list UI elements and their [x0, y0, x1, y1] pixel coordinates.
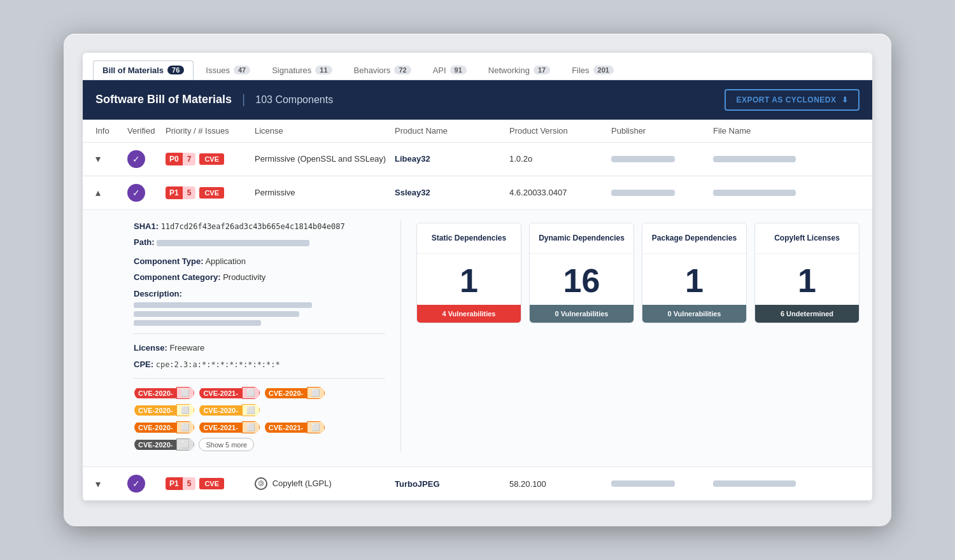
cve-tag-1[interactable]: CVE-2020- ⬜ — [134, 386, 195, 400]
expand-button-1[interactable]: ▾ — [96, 153, 127, 165]
export-button[interactable]: EXPORT AS CYCLONEDX ⬇ — [725, 89, 860, 111]
show-more-button[interactable]: Show 5 more — [199, 438, 254, 451]
tab-api[interactable]: API 91 — [423, 60, 476, 80]
static-dep-header: Static Dependencies — [417, 223, 521, 254]
product-version-3: 58.20.100 — [509, 479, 611, 489]
priority-count-1: 7 — [183, 153, 196, 165]
table-row: ▾ ✓ P0 7 CVE Permissive (OpenSSL and SSL… — [83, 143, 872, 176]
tab-bom-badge: 76 — [167, 66, 184, 74]
filename-blur-1 — [713, 156, 796, 162]
tab-behaviors-badge: 72 — [394, 66, 411, 74]
path-field: Path: — [134, 236, 385, 249]
component-count: 103 Components — [255, 94, 333, 106]
package-dep-number: 1 — [642, 254, 746, 305]
tab-signatures[interactable]: Signatures 11 — [262, 60, 341, 80]
license-2: Permissive — [255, 188, 395, 197]
col-publisher: Publisher — [611, 126, 713, 136]
description-blur — [134, 302, 385, 326]
tab-files-label: Files — [572, 66, 589, 75]
tab-signatures-badge: 11 — [315, 66, 332, 74]
download-icon: ⬇ — [842, 95, 849, 104]
product-version-1: 1.0.2o — [509, 154, 611, 164]
row-main-2: ▴ ✓ P1 5 CVE Permissive Ssleay32 4.6.200… — [83, 176, 872, 209]
page-header: Software Bill of Materials | 103 Compone… — [83, 80, 872, 120]
tab-api-badge: 91 — [450, 66, 467, 74]
cve-tag-6[interactable]: CVE-2020- ⬜ — [134, 421, 195, 434]
tab-behaviors[interactable]: Behaviors 72 — [344, 60, 421, 80]
table-row: ▴ ✓ P1 5 CVE Permissive Ssleay32 4.6.200… — [83, 176, 872, 468]
copyleft-icon: © — [255, 477, 267, 490]
product-name-2: Ssleay32 — [395, 188, 509, 197]
tab-networking-badge: 17 — [534, 66, 550, 74]
cve-badge-1: CVE — [199, 153, 224, 165]
tab-bom[interactable]: Bill of Materials 76 — [93, 60, 194, 80]
dynamic-dep-header: Dynamic Dependencies — [530, 223, 633, 254]
cve-tag-2[interactable]: CVE-2021- ⬜ — [199, 386, 260, 400]
path-blur — [157, 240, 309, 246]
verified-icon-3: ✓ — [127, 475, 145, 493]
tab-bom-label: Bill of Materials — [103, 66, 164, 75]
cve-tag-7[interactable]: CVE-2021- ⬜ — [199, 421, 260, 434]
cpe-value: cpe:2.3:a:*:*:*:*:*:*:*:*:* — [156, 360, 280, 369]
component-type-label: Component Type: — [134, 256, 204, 266]
cve-tag-5[interactable]: CVE-2020- ⬜ — [199, 403, 260, 417]
priority-badge-2: P1 5 — [166, 186, 195, 199]
col-product-version: Product Version — [509, 126, 611, 136]
priority-level-2: P1 — [166, 186, 183, 199]
row-main-1: ▾ ✓ P0 7 CVE Permissive (OpenSSL and SSL… — [83, 143, 872, 176]
expand-button-2[interactable]: ▴ — [96, 186, 127, 199]
col-file-name: File Name — [713, 126, 802, 136]
priority-badge-3: P1 5 — [166, 477, 195, 490]
priority-level-3: P1 — [166, 477, 183, 490]
license-3: © Copyleft (LGPL) — [255, 477, 395, 490]
cpe-field: CPE: cpe:2.3:a:*:*:*:*:*:*:*:*:* — [134, 358, 385, 371]
license-label-detail: License: — [134, 343, 167, 353]
description-field: Description: — [134, 288, 385, 326]
component-type-field: Component Type: Application — [134, 255, 385, 268]
path-label: Path: — [134, 237, 155, 247]
copyleft-header: Copyleft Licenses — [755, 223, 859, 254]
priority-group-2: P1 5 CVE — [166, 186, 255, 199]
screen: Bill of Materials 76 Issues 47 Signature… — [83, 53, 872, 501]
static-dep-number: 1 — [417, 254, 521, 305]
tab-bar: Bill of Materials 76 Issues 47 Signature… — [83, 53, 872, 80]
priority-count-3: 5 — [183, 477, 196, 490]
cpe-label: CPE: — [134, 360, 153, 369]
tab-files[interactable]: Files 201 — [562, 60, 623, 80]
component-details: SHA1: 11d7cd26f43eaf26ad3c43b665e4c1814b… — [134, 220, 401, 452]
col-priority: Priority / # Issues — [166, 126, 255, 136]
publisher-blur-2 — [611, 190, 675, 196]
col-product-name: Product Name — [395, 126, 509, 136]
sha1-label: SHA1: — [134, 221, 159, 231]
description-label: Description: — [134, 289, 182, 298]
sha1-value: 11d7cd26f43eaf26ad3c43b665e4c1814b04e087 — [161, 222, 345, 231]
row-main-3: ▾ ✓ P1 5 CVE © Copyleft (LGPL) TurboJPEG… — [83, 467, 872, 500]
sha1-field: SHA1: 11d7cd26f43eaf26ad3c43b665e4c1814b… — [134, 220, 385, 233]
tab-networking-label: Networking — [488, 66, 530, 75]
component-category-label: Component Category: — [134, 272, 221, 282]
copyleft-number: 1 — [755, 254, 859, 305]
cve-tag-4[interactable]: CVE-2020- ⬜ — [134, 403, 195, 417]
priority-group-3: P1 5 CVE — [166, 477, 255, 490]
copyleft-footer: 6 Undetermined — [755, 305, 859, 323]
package-dep-footer: 0 Vulnerabilities — [642, 305, 746, 323]
cve-badge-3: CVE — [199, 478, 224, 489]
dynamic-dep-footer: 0 Vulnerabilities — [530, 305, 633, 323]
verified-icon-2: ✓ — [127, 184, 145, 202]
tab-networking[interactable]: Networking 17 — [479, 60, 560, 80]
tab-issues[interactable]: Issues 47 — [196, 60, 260, 80]
verified-icon-1: ✓ — [127, 150, 145, 168]
col-verified: Verified — [127, 126, 166, 136]
col-license: License — [255, 126, 395, 136]
header-left: Software Bill of Materials | 103 Compone… — [96, 92, 333, 107]
cve-badge-2: CVE — [199, 187, 224, 199]
cve-tag-3[interactable]: CVE-2020- ⬜ — [264, 386, 325, 400]
cve-tag-8[interactable]: CVE-2021- ⬜ — [264, 421, 325, 434]
expand-button-3[interactable]: ▾ — [96, 478, 127, 490]
tab-issues-badge: 47 — [234, 66, 250, 74]
static-dep-footer: 4 Vulnerabilities — [417, 305, 521, 323]
product-version-2: 4.6.20033.0407 — [509, 188, 611, 197]
publisher-blur-1 — [611, 156, 675, 162]
cve-tag-9[interactable]: CVE-2020- ⬜ — [134, 438, 195, 451]
priority-count-2: 5 — [183, 186, 196, 199]
